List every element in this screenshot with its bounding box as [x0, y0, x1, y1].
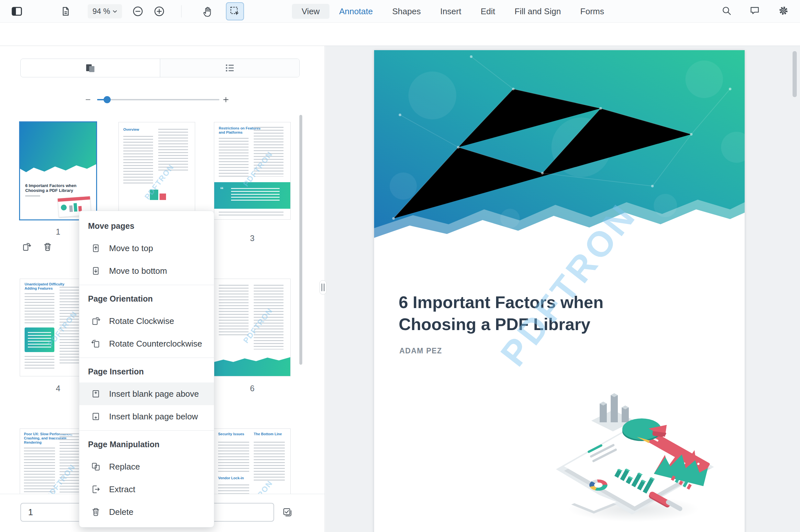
tab-annotate[interactable]: Annotate: [329, 4, 382, 19]
zoom-in-button[interactable]: [152, 4, 166, 18]
multi-select-button[interactable]: [279, 504, 296, 521]
tab-thumbnails[interactable]: [21, 59, 160, 77]
document-actions-button[interactable]: [57, 3, 74, 20]
menu-item-insert-blank-page-below[interactable]: Insert blank page below: [79, 405, 214, 428]
document-author: ADAM PEZ: [399, 346, 442, 355]
zoom-out-button[interactable]: [131, 4, 145, 18]
trash-icon: [43, 242, 53, 252]
top-toolbar: 94 % View Annotate Shapes Insert Edit Fi…: [0, 0, 800, 23]
outline-list-icon: [224, 62, 235, 74]
hand-icon: [201, 5, 212, 17]
replace-icon: [91, 462, 101, 472]
document-title: 6 Important Factors when Choosing a PDF …: [399, 291, 604, 335]
cover-illustration: [551, 374, 715, 522]
menu-item-delete[interactable]: Delete: [79, 500, 214, 523]
zoom-in-icon: [154, 6, 165, 17]
search-button[interactable]: [719, 3, 734, 18]
rotate-clockwise-icon: [91, 316, 101, 326]
zoom-level-dropdown[interactable]: 94 %: [88, 4, 122, 18]
sidebar-toggle-icon: [11, 6, 23, 17]
tab-outline[interactable]: [160, 59, 299, 77]
menu-item-insert-blank-page-above[interactable]: Insert blank page above: [79, 382, 214, 405]
tab-insert[interactable]: Insert: [431, 4, 471, 19]
thumb-wave-footer: [214, 356, 290, 376]
search-icon: [721, 5, 732, 16]
move-to-top-icon: [91, 243, 101, 253]
insert-below-icon: [91, 412, 101, 421]
pan-tool-button[interactable]: [198, 3, 215, 20]
comments-button[interactable]: [747, 3, 762, 18]
rotate-page-button[interactable]: [19, 240, 34, 254]
menu-header-page-insertion: Page Insertion: [79, 361, 214, 382]
move-to-bottom-icon: [91, 266, 101, 276]
tab-edit[interactable]: Edit: [471, 4, 505, 19]
menu-header-page-manipulation: Page Manipulation: [79, 433, 214, 455]
settings-button[interactable]: [776, 3, 791, 18]
toggle-sidebar-button[interactable]: [8, 3, 25, 20]
insert-above-icon: [91, 389, 101, 399]
menu-item-rotate-counterclockwise[interactable]: Rotate Counterclockwise: [79, 332, 214, 355]
zoom-level-value: 94 %: [93, 7, 110, 16]
menu-item-move-to-bottom[interactable]: Move to bottom: [79, 260, 214, 282]
delete-page-button[interactable]: [40, 240, 55, 254]
slider-decrease-button[interactable]: [81, 93, 95, 107]
zoom-out-icon: [132, 6, 144, 17]
page-thumbnail-6[interactable]: PDFTRON: [214, 279, 290, 376]
document-viewport: PDFTRON 6 Important Factors when Choosin…: [325, 46, 800, 532]
menu-item-move-to-top[interactable]: Move to top: [79, 237, 214, 260]
page-number-label-6: 6: [214, 384, 290, 393]
document-actions-icon: [60, 6, 71, 17]
tab-view[interactable]: View: [292, 4, 329, 19]
select-tool-button[interactable]: [226, 2, 244, 20]
panel-view-switcher: [20, 59, 300, 77]
page-thumbnail-1[interactable]: 6 Important Factors when Choosing a PDF …: [20, 122, 96, 220]
page-thumbnail-3[interactable]: Restrictions on Features and Platforms “…: [214, 122, 290, 220]
document-cover-header: [374, 50, 745, 257]
checkbox-check-icon: [283, 508, 292, 517]
toolbar-divider: [181, 5, 182, 18]
gear-icon: [778, 5, 789, 16]
panel-scrollbar-thumb[interactable]: [299, 115, 302, 365]
document-page[interactable]: PDFTRON 6 Important Factors when Choosin…: [374, 50, 745, 532]
thumb-quote-band: “: [214, 182, 290, 209]
extract-icon: [91, 484, 101, 494]
panel-resize-handle[interactable]: [319, 280, 326, 294]
menu-item-extract[interactable]: Extract: [79, 478, 214, 500]
page-context-menu: Move pages Move to top Move to bottom Pa…: [79, 211, 214, 528]
menu-header-move-pages: Move pages: [79, 215, 214, 237]
rotate-counterclockwise-icon: [91, 339, 101, 348]
chat-bubble-icon: [749, 5, 760, 16]
page-thumbnail-2[interactable]: Overview PDFTRON: [119, 122, 195, 220]
chevron-down-icon: [113, 10, 117, 13]
annotation-toolbar: [0, 23, 800, 46]
slider-track[interactable]: [97, 99, 220, 100]
selection-icon: [229, 6, 241, 17]
tab-fill-and-sign[interactable]: Fill and Sign: [505, 4, 571, 19]
slider-knob[interactable]: [103, 96, 111, 103]
thumb-cover-title: 6 Important Factors when Choosing a PDF …: [25, 183, 77, 193]
wave-edge: [374, 189, 745, 257]
delete-icon: [91, 507, 101, 517]
thumbnails-icon: [85, 62, 96, 74]
menu-header-page-orientation: Page Orientation: [79, 288, 214, 310]
menu-item-rotate-clockwise[interactable]: Rotate Clockwise: [79, 310, 214, 332]
tab-forms[interactable]: Forms: [571, 4, 614, 19]
rotate-page-icon: [22, 242, 32, 252]
thumb-cover-author-line: [25, 195, 40, 196]
ribbon-tabs: View Annotate Shapes Insert Edit Fill an…: [292, 4, 614, 19]
page-number-label-3: 3: [214, 234, 290, 243]
menu-item-replace[interactable]: Replace: [79, 455, 214, 478]
thumb-cover-gradient: [20, 122, 96, 179]
tab-shapes[interactable]: Shapes: [382, 4, 431, 19]
document-scrollbar-thumb[interactable]: [793, 51, 797, 97]
slider-increase-button[interactable]: [219, 93, 233, 107]
